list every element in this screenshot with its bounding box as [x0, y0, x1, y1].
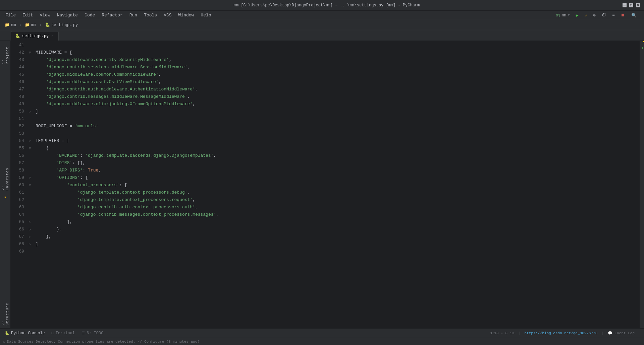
code-line-58: 'APP_DIRS': True,	[33, 167, 639, 174]
fold-54[interactable]: ▽	[29, 139, 31, 143]
python-console-icon: 🐍	[5, 331, 9, 335]
code-line-42: MIDDLEWARE = [	[33, 49, 639, 56]
fold-gutter: ▽ ▷ ▽ ▽ ▽ ▽ ▷ ▷ ▷ ▷	[27, 41, 33, 328]
menu-run[interactable]: Run	[127, 12, 140, 19]
bottom-toolbar: 🐍 Python Console □ Terminal ☰ 6: TODO 3:…	[0, 328, 644, 338]
line-numbers: 41 42 43 44 45 46 47 48 49 50 51 52 53 5…	[11, 41, 27, 328]
code-line-48: 'django.contrib.messages.middleware.Mess…	[33, 93, 639, 100]
main-content: 1: Project 2: Favorites ★ Z: Structure 4…	[0, 41, 644, 328]
code-editor[interactable]: MIDDLEWARE = [ 'django.middleware.securi…	[33, 41, 639, 328]
sidebar-structure-icon[interactable]: Z: Structure	[3, 300, 8, 327]
menu-navigate[interactable]: Navigate	[54, 12, 80, 19]
code-line-64: 'django.contrib.messages.context_process…	[33, 211, 639, 218]
terminal-tab[interactable]: □ Terminal	[48, 330, 78, 337]
breadcrumb-settings-py[interactable]: 🐍 settings.py	[43, 22, 80, 28]
menu-edit[interactable]: Edit	[20, 12, 36, 19]
tab-python-icon: 🐍	[15, 33, 20, 39]
code-line-57: 'DIRS': [],	[33, 159, 639, 167]
breadcrumb-mm-root[interactable]: 📁 mm	[3, 22, 18, 28]
todo-tab[interactable]: ☰ 6: TODO	[78, 330, 107, 337]
breadcrumb-sep-2: ›	[39, 23, 42, 27]
code-line-69	[33, 248, 639, 255]
right-scrollbar[interactable]	[639, 41, 644, 328]
cursor-position[interactable]: 3:10 • 0 1%	[487, 331, 517, 336]
settings-py-tab[interactable]: 🐍 settings.py ×	[11, 31, 59, 41]
dj-mm-dropdown[interactable]: dj mm ▼	[554, 12, 572, 18]
code-line-49: 'django.middleware.clickjacking.XFrameOp…	[33, 100, 639, 108]
code-line-53	[33, 130, 639, 137]
run-button[interactable]: ▶	[574, 12, 581, 19]
breadcrumb-sep-1: ›	[19, 23, 21, 27]
favorites-star-icon[interactable]: ★	[4, 193, 6, 201]
fold-60[interactable]: ▽	[29, 183, 31, 187]
terminal-label: Terminal	[55, 331, 75, 336]
terminal-icon: □	[52, 331, 54, 335]
search-everywhere-button[interactable]: 🔍	[629, 12, 639, 19]
todo-icon: ☰	[82, 331, 85, 335]
menu-tools[interactable]: Tools	[141, 12, 160, 19]
editor-area[interactable]: 41 42 43 44 45 46 47 48 49 50 51 52 53 5…	[11, 41, 644, 328]
fold-42[interactable]: ▽	[29, 51, 31, 55]
code-line-56: 'BACKEND': 'django.template.backends.dja…	[33, 152, 639, 159]
menu-vcs[interactable]: VCS	[161, 12, 174, 19]
python-file-icon: 🐍	[45, 22, 50, 27]
notification-text: Data Sources Detected: Connection proper…	[7, 340, 200, 344]
code-line-43: 'django.middleware.security.SecurityMidd…	[33, 56, 639, 64]
code-line-66: },	[33, 226, 639, 233]
fold-59[interactable]: ▽	[29, 176, 31, 180]
run-config-button[interactable]: ≡	[610, 12, 617, 18]
maximize-button[interactable]: □	[629, 3, 633, 7]
window-controls[interactable]: ─ □ ✕	[623, 3, 640, 7]
menu-window[interactable]: Window	[176, 12, 197, 19]
code-line-67: },	[33, 233, 639, 240]
left-sidebar: 1: Project 2: Favorites ★ Z: Structure	[0, 41, 11, 328]
coverage-button[interactable]: ⊕	[591, 12, 598, 19]
code-line-62: 'django.template.context_processors.requ…	[33, 196, 639, 204]
python-console-tab[interactable]: 🐍 Python Console	[1, 330, 48, 337]
code-line-60: 'context_processors': [	[33, 182, 639, 189]
code-line-65: ],	[33, 218, 639, 226]
minimize-button[interactable]: ─	[623, 3, 627, 7]
window-title: mm [C:\Users\pc\Desktop\DjangoProject\mm…	[31, 3, 623, 8]
folder-icon-2: 📁	[25, 22, 30, 27]
tab-close-button[interactable]: ×	[51, 34, 54, 39]
code-line-45: 'django.middleware.common.CommonMiddlewa…	[33, 71, 639, 78]
menu-help[interactable]: Help	[198, 12, 214, 19]
python-console-label: Python Console	[11, 331, 45, 336]
code-line-50: ]	[33, 108, 639, 115]
scroll-warning-top	[643, 41, 644, 42]
code-line-55: {	[33, 145, 639, 152]
menu-file[interactable]: File	[3, 12, 18, 19]
event-log-icon: 💬	[608, 331, 612, 335]
sidebar-project-icon[interactable]: 1: Project	[3, 42, 8, 66]
code-line-44: 'django.contrib.sessions.middleware.Sess…	[33, 64, 639, 71]
fold-67[interactable]: ▷	[29, 235, 31, 239]
fold-50[interactable]: ▷	[29, 110, 31, 114]
code-line-51	[33, 115, 639, 123]
debug-button[interactable]: ⚡	[583, 12, 589, 19]
breadcrumb-mm-sub[interactable]: 📁 mm	[23, 22, 38, 28]
fold-55[interactable]: ▽	[29, 146, 31, 150]
code-line-61: 'django.template.context_processors.debu…	[33, 189, 639, 196]
tab-label: settings.py	[22, 34, 49, 39]
csdn-link[interactable]: https://blog.csdn.net/qq_38226778	[522, 331, 600, 336]
notification-bar: ⚠ Data Sources Detected: Connection prop…	[0, 338, 644, 345]
event-log[interactable]: 💬 Event Log	[605, 330, 637, 336]
fold-68[interactable]: ▷	[29, 242, 31, 246]
tab-bar: 🐍 settings.py ×	[0, 30, 644, 41]
fold-65[interactable]: ▷	[29, 220, 31, 224]
close-button[interactable]: ✕	[636, 3, 640, 7]
fold-66[interactable]: ▷	[29, 227, 31, 231]
menu-code[interactable]: Code	[82, 12, 98, 19]
code-line-47: 'django.contrib.auth.middleware.Authenti…	[33, 86, 639, 93]
notification-icon: ⚠	[3, 339, 5, 344]
profile-button[interactable]: ⏱	[600, 12, 608, 18]
code-line-46: 'django.middleware.csrf.CsrfViewMiddlewa…	[33, 78, 639, 86]
menu-view[interactable]: View	[37, 12, 53, 19]
menu-refactor[interactable]: Refactor	[99, 12, 125, 19]
sidebar-favorites-icon[interactable]: 2: Favorites	[3, 165, 8, 192]
title-bar: mm [C:\Users\pc\Desktop\DjangoProject\mm…	[0, 0, 644, 11]
menu-bar: File Edit View Navigate Code Refactor Ru…	[0, 11, 644, 20]
todo-label: 6: TODO	[87, 331, 103, 336]
stop-button[interactable]: ⏹	[619, 12, 627, 18]
